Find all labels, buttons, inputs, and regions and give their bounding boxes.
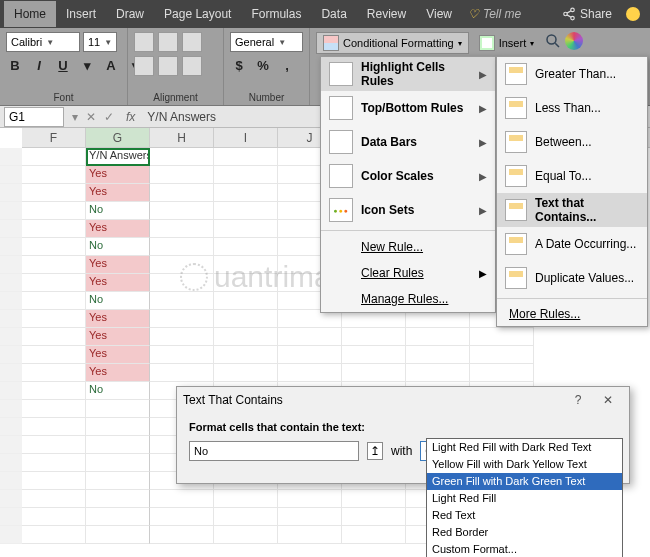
tab-data[interactable]: Data xyxy=(311,1,356,27)
cell-g4[interactable]: No xyxy=(86,202,150,220)
cell-g14[interactable]: No xyxy=(86,382,150,400)
menu-less-than[interactable]: Less Than... xyxy=(497,91,647,125)
col-header-F[interactable]: F xyxy=(22,128,86,147)
format-option[interactable]: Custom Format... xyxy=(427,541,622,557)
align-middle-button[interactable] xyxy=(158,32,178,52)
name-box[interactable]: G1 xyxy=(4,107,64,127)
align-left-button[interactable] xyxy=(134,56,154,76)
menu-item-label: Top/Bottom Rules xyxy=(361,101,471,115)
menu-item-label: Highlight Cells Rules xyxy=(361,60,471,88)
italic-button[interactable]: I xyxy=(30,58,48,73)
cell-g13[interactable]: Yes xyxy=(86,364,150,382)
cell-g9[interactable]: No xyxy=(86,292,150,310)
svg-point-5 xyxy=(547,35,556,44)
menu-new-rule[interactable]: New Rule... xyxy=(321,234,495,260)
menu-color-scales[interactable]: Color Scales ▶ xyxy=(321,159,495,193)
less-than-icon xyxy=(505,97,527,119)
col-header-H[interactable]: H xyxy=(150,128,214,147)
menu-item-label: Duplicate Values... xyxy=(535,271,634,285)
ideas-button[interactable] xyxy=(565,32,583,50)
tab-review[interactable]: Review xyxy=(357,1,416,27)
dialog-help-button[interactable]: ? xyxy=(563,393,593,407)
cell-g7[interactable]: Yes xyxy=(86,256,150,274)
color-scales-icon xyxy=(329,164,353,188)
col-header-G[interactable]: G xyxy=(86,128,150,147)
underline-button[interactable]: U xyxy=(54,58,72,73)
duplicate-values-icon xyxy=(505,267,527,289)
dialog-close-button[interactable]: ✕ xyxy=(593,393,623,407)
cell-g6[interactable]: No xyxy=(86,238,150,256)
format-option[interactable]: Green Fill with Dark Green Text xyxy=(427,473,622,490)
align-bottom-button[interactable] xyxy=(182,32,202,52)
tell-me-label: Tell me xyxy=(483,7,521,21)
smiley-icon[interactable] xyxy=(626,7,640,21)
font-name-dropdown[interactable]: Calibri▼ xyxy=(6,32,80,52)
share-icon xyxy=(562,7,576,21)
enter-formula-button[interactable]: ✓ xyxy=(100,110,118,124)
menu-manage-rules[interactable]: Manage Rules... xyxy=(321,286,495,312)
format-option[interactable]: Light Red Fill with Dark Red Text xyxy=(427,439,622,456)
comma-button[interactable]: , xyxy=(278,58,296,73)
text-value-input[interactable] xyxy=(189,441,359,461)
dialog-titlebar[interactable]: Text That Contains ? ✕ xyxy=(177,387,629,413)
highlight-cells-icon xyxy=(329,62,353,86)
number-format-dropdown[interactable]: General▼ xyxy=(230,32,303,52)
cell-g8[interactable]: Yes xyxy=(86,274,150,292)
tab-page-layout[interactable]: Page Layout xyxy=(154,1,241,27)
cell-g3[interactable]: Yes xyxy=(86,184,150,202)
percent-button[interactable]: % xyxy=(254,58,272,73)
menu-highlight-cells-rules[interactable]: Highlight Cells Rules ▶ xyxy=(321,57,495,91)
conditional-formatting-label: Conditional Formatting xyxy=(343,37,454,49)
menu-top-bottom-rules[interactable]: Top/Bottom Rules ▶ xyxy=(321,91,495,125)
border-button[interactable]: ▾ xyxy=(78,58,96,73)
menu-between[interactable]: Between... xyxy=(497,125,647,159)
fx-button[interactable]: fx xyxy=(118,110,143,124)
conditional-formatting-button[interactable]: Conditional Formatting▾ xyxy=(316,32,469,54)
menu-more-rules[interactable]: More Rules... xyxy=(497,302,647,326)
group-number-label: Number xyxy=(230,90,303,103)
menu-icon-sets[interactable]: Icon Sets ▶ xyxy=(321,193,495,227)
menu-a-date-occurring[interactable]: A Date Occurring... xyxy=(497,227,647,261)
tab-home[interactable]: Home xyxy=(4,1,56,27)
insert-cells-button[interactable]: Insert▾ xyxy=(472,32,542,54)
format-option[interactable]: Light Red Fill xyxy=(427,490,622,507)
menu-item-label: Greater Than... xyxy=(535,67,616,81)
bold-button[interactable]: B xyxy=(6,58,24,73)
menu-data-bars[interactable]: Data Bars ▶ xyxy=(321,125,495,159)
cell-g10[interactable]: Yes xyxy=(86,310,150,328)
insert-icon xyxy=(479,35,495,51)
row-headers[interactable] xyxy=(0,148,22,544)
menu-clear-rules[interactable]: Clear Rules▶ xyxy=(321,260,495,286)
menu-duplicate-values[interactable]: Duplicate Values... xyxy=(497,261,647,295)
cell-g12[interactable]: Yes xyxy=(86,346,150,364)
tab-view[interactable]: View xyxy=(416,1,462,27)
menu-equal-to[interactable]: Equal To... xyxy=(497,159,647,193)
range-picker-button[interactable]: ↥ xyxy=(367,442,383,460)
menu-greater-than[interactable]: Greater Than... xyxy=(497,57,647,91)
cell-g5[interactable]: Yes xyxy=(86,220,150,238)
cell-g1[interactable]: Y/N Answers xyxy=(86,148,150,166)
format-option[interactable]: Red Text xyxy=(427,507,622,524)
align-right-button[interactable] xyxy=(182,56,202,76)
search-button[interactable] xyxy=(544,32,562,54)
number-format-value: General xyxy=(235,36,274,48)
menu-text-that-contains[interactable]: Text that Contains... xyxy=(497,193,647,227)
cancel-formula-button[interactable]: ✕ xyxy=(82,110,100,124)
tell-me[interactable]: ♡Tell me xyxy=(462,7,527,21)
font-size-value: 11 xyxy=(88,36,100,48)
format-option[interactable]: Red Border xyxy=(427,524,622,541)
col-header-I[interactable]: I xyxy=(214,128,278,147)
format-option[interactable]: Yellow Fill with Dark Yellow Text xyxy=(427,456,622,473)
share-button[interactable]: Share xyxy=(554,7,620,21)
cell-g11[interactable]: Yes xyxy=(86,328,150,346)
currency-button[interactable]: $ xyxy=(230,58,248,73)
fill-color-button[interactable]: A xyxy=(102,58,120,73)
tab-insert[interactable]: Insert xyxy=(56,1,106,27)
align-center-button[interactable] xyxy=(158,56,178,76)
tab-formulas[interactable]: Formulas xyxy=(241,1,311,27)
cell-g2[interactable]: Yes xyxy=(86,166,150,184)
tab-draw[interactable]: Draw xyxy=(106,1,154,27)
namebox-dropdown[interactable]: ▾ xyxy=(68,110,82,124)
align-top-button[interactable] xyxy=(134,32,154,52)
font-size-dropdown[interactable]: 11▼ xyxy=(83,32,117,52)
